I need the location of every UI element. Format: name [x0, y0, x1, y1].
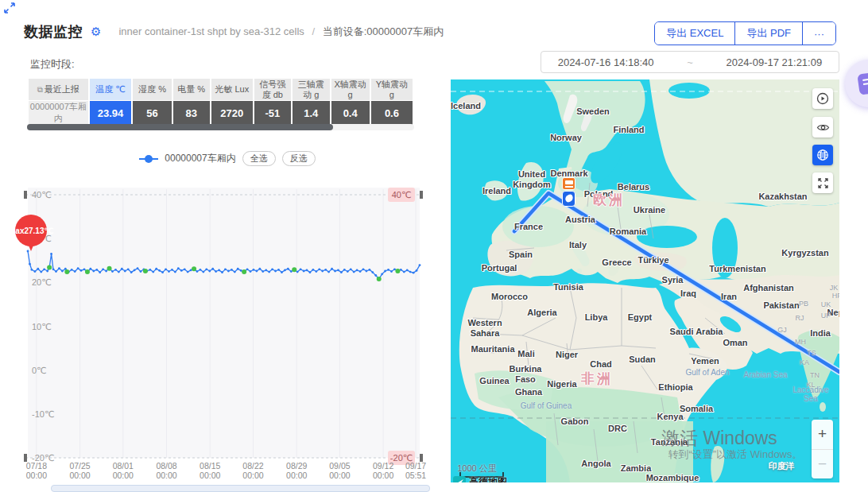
- column-vibration-y[interactable]: Y轴震动 g: [371, 79, 413, 100]
- end-date-value[interactable]: 2024-09-17 21:21:09: [726, 56, 822, 68]
- period-label: 监控时段:: [30, 57, 75, 72]
- svg-text:08/0800:00: 08/0800:00: [156, 461, 176, 480]
- cell-vibration-3axis[interactable]: 1.4: [293, 101, 329, 125]
- amap-logo-text: 高德地图: [469, 475, 507, 482]
- play-route-button[interactable]: [812, 88, 833, 109]
- column-vibration-x[interactable]: X轴震动 g: [331, 79, 370, 100]
- chart-legend: 00000007车厢内 全选 反选: [24, 151, 431, 166]
- table-horizontal-scrollbar[interactable]: [27, 124, 414, 130]
- activate-windows-hint: 转到“设置”以激活 Windows。: [668, 447, 802, 462]
- map-zoom-control: + −: [812, 420, 833, 478]
- temperature-chart-canvas[interactable]: 40℃30℃20℃10℃0℃-10℃-20℃40℃-20℃07/1800:000…: [24, 181, 431, 492]
- amap-logo-icon: [453, 476, 466, 482]
- export-button-group: 导出 EXCEL 导出 PDF ···: [654, 21, 836, 45]
- route-map[interactable]: IcelandNorwaySwedenFinlandUnited Kingdom…: [451, 79, 839, 482]
- svg-text:07/1800:00: 07/1800:00: [26, 461, 47, 480]
- visibility-toggle-button[interactable]: [812, 117, 833, 138]
- svg-text:08/2900:00: 08/2900:00: [286, 461, 307, 480]
- amap-logo: 高德地图: [453, 475, 507, 482]
- svg-text:09/1200:00: 09/1200:00: [373, 461, 393, 480]
- page-title: 数据监控: [24, 22, 83, 41]
- device-column-icon: ⧉: [37, 85, 43, 94]
- date-range-picker[interactable]: 2024-07-16 14:18:40 ~ 2024-09-17 21:21:0…: [541, 51, 839, 73]
- svg-text:20℃: 20℃: [32, 277, 52, 287]
- svg-text:10℃: 10℃: [32, 322, 52, 331]
- svg-text:40℃: 40℃: [392, 190, 412, 200]
- date-range-tilde: ~: [687, 56, 693, 68]
- gear-icon[interactable]: ⚙: [91, 25, 101, 39]
- column-temperature[interactable]: 温度 ℃: [90, 79, 132, 100]
- export-pdf-button[interactable]: 导出 PDF: [734, 22, 802, 45]
- start-date-value[interactable]: 2024-07-16 14:18:40: [558, 56, 654, 68]
- chart-datazoom-slider[interactable]: [51, 485, 430, 492]
- assistant-doc-icon: [857, 72, 868, 95]
- breadcrumb-separator: /: [312, 25, 315, 37]
- map-canvas: [451, 79, 839, 482]
- svg-text:max27.13℃: max27.13℃: [8, 227, 53, 235]
- cell-vibration-x[interactable]: 0.4: [331, 101, 370, 125]
- page-header: 数据监控 ⚙ inner container-1st shpt by sea-3…: [24, 22, 444, 41]
- table-row: 00000007车厢内 23.94 56 83 2720 -51 1.4 0.4…: [29, 101, 413, 125]
- svg-text:0℃: 0℃: [32, 366, 46, 375]
- export-excel-button[interactable]: 导出 EXCEL: [655, 22, 734, 45]
- world-map-button[interactable]: [812, 145, 833, 165]
- column-signal[interactable]: 信号强度 db: [254, 79, 291, 100]
- activate-windows-watermark: 激活 Windows: [661, 426, 777, 451]
- cell-device-name[interactable]: 00000007车厢内: [29, 101, 88, 125]
- temperature-chart[interactable]: 40℃30℃20℃10℃0℃-10℃-20℃40℃-20℃07/1800:000…: [24, 181, 431, 492]
- collapse-panel-icon[interactable]: [3, 2, 16, 14]
- svg-text:07/2500:00: 07/2500:00: [69, 461, 90, 480]
- svg-text:-10℃: -10℃: [32, 409, 54, 419]
- zoom-out-button[interactable]: −: [812, 450, 833, 479]
- svg-text:08/2200:00: 08/2200:00: [242, 461, 263, 480]
- column-humidity[interactable]: 湿度 %: [133, 79, 171, 100]
- svg-text:09/1705:51: 09/1705:51: [405, 461, 426, 480]
- current-device-label: 当前设备:00000007车厢内: [323, 25, 444, 37]
- column-latest-report[interactable]: ⧉最近上报: [29, 79, 88, 100]
- select-all-button[interactable]: 全选: [242, 151, 276, 166]
- cell-temperature[interactable]: 23.94: [90, 101, 132, 125]
- svg-text:09/0500:00: 09/0500:00: [329, 461, 350, 480]
- series-line-icon[interactable]: [139, 158, 158, 160]
- table-scrollbar-thumb[interactable]: [27, 124, 333, 130]
- breadcrumb: inner container-1st shpt by sea-312 cell…: [118, 25, 444, 39]
- cell-humidity[interactable]: 56: [133, 101, 171, 125]
- svg-text:08/1500:00: 08/1500:00: [200, 461, 220, 480]
- column-battery[interactable]: 电量 %: [173, 79, 210, 100]
- table-header-row: ⧉最近上报 温度 ℃ 湿度 % 电量 % 光敏 Lux 信号强度 db 三轴震动…: [29, 79, 413, 100]
- cell-vibration-y[interactable]: 0.6: [371, 101, 413, 125]
- truck-icon: [562, 177, 575, 190]
- more-actions-button[interactable]: ···: [802, 22, 835, 45]
- vehicle-marker[interactable]: [562, 177, 576, 209]
- zoom-in-button[interactable]: +: [812, 420, 833, 450]
- column-vibration-3axis[interactable]: 三轴震动 g: [293, 79, 329, 100]
- cell-signal[interactable]: -51: [254, 101, 291, 125]
- cell-light[interactable]: 2720: [211, 101, 253, 125]
- fullscreen-button[interactable]: [812, 172, 833, 193]
- vehicle-pin-icon: [562, 191, 575, 207]
- invert-selection-button[interactable]: 反选: [282, 151, 316, 166]
- device-data-table: ⧉最近上报 温度 ℃ 湿度 % 电量 % 光敏 Lux 信号强度 db 三轴震动…: [27, 78, 414, 126]
- floating-assistant-button[interactable]: [845, 60, 868, 107]
- svg-text:08/0100:00: 08/0100:00: [113, 461, 134, 480]
- column-light[interactable]: 光敏 Lux: [211, 79, 253, 100]
- cell-battery[interactable]: 83: [173, 101, 210, 125]
- series-legend-label[interactable]: 00000007车厢内: [165, 152, 235, 165]
